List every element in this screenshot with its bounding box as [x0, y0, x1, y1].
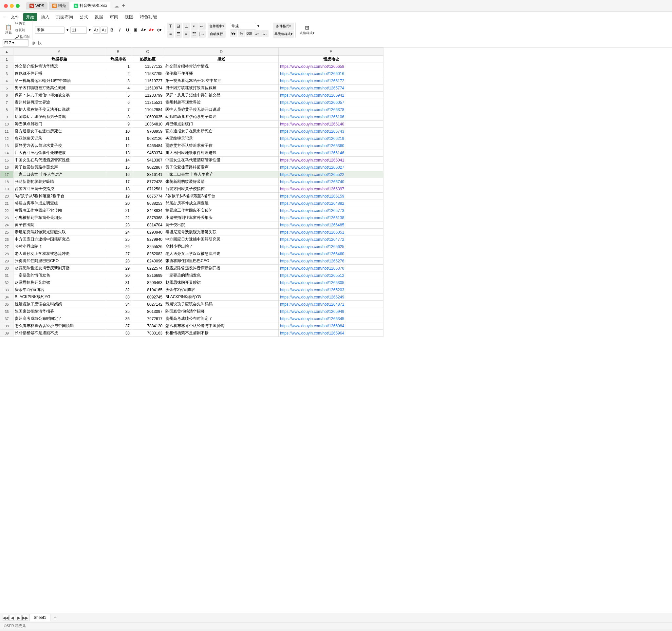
menu-view[interactable]: 视图 — [122, 13, 136, 21]
cell-13-B[interactable]: 12 — [105, 142, 131, 149]
decimal-less-button[interactable]: .0↓ — [261, 30, 268, 37]
cell-1-C[interactable]: 热搜热度 — [131, 56, 164, 63]
cell-10-B[interactable]: 9 — [105, 121, 131, 128]
cell-20-E[interactable]: https://www.douyin.com/hot/1266159 — [279, 193, 383, 200]
cell-24-C[interactable]: 8314704 — [131, 221, 164, 229]
link-15[interactable]: https://www.douyin.com/hot/1266041 — [280, 158, 344, 163]
cell-18-C[interactable]: 8772428 — [131, 178, 164, 185]
link-3[interactable]: https://www.douyin.com/hot/1266016 — [280, 71, 344, 76]
link-26[interactable]: https://www.douyin.com/hot/1264772 — [280, 237, 344, 242]
cell-29-C[interactable]: 8240096 — [131, 258, 164, 265]
cell-39-E[interactable]: https://www.douyin.com/hot/1265964 — [279, 330, 383, 337]
link-33[interactable]: https://www.douyin.com/hot/1265203 — [280, 288, 344, 292]
copy-button[interactable]: ⧉ 复制 — [14, 27, 31, 33]
link-9[interactable]: https://www.douyin.com/hot/1266106 — [280, 115, 344, 119]
douyin-tab[interactable]: S 抖音热搜榜.xlsx — [70, 2, 110, 10]
cell-ref-dropdown[interactable]: ▼ — [12, 41, 15, 45]
cell-17-C[interactable]: 8816141 — [131, 171, 164, 178]
sheet-nav-next[interactable]: ▶ — [16, 615, 22, 621]
cell-36-B[interactable]: 35 — [105, 308, 131, 315]
cell-19-B[interactable]: 18 — [105, 185, 131, 193]
col-header-E[interactable]: E — [279, 48, 383, 56]
link-34[interactable]: https://www.douyin.com/hot/1266249 — [280, 295, 344, 300]
cell-3-A[interactable]: 偷伦藏不住开播 — [14, 70, 105, 77]
col-header-C[interactable]: C — [131, 48, 164, 56]
cell-12-C[interactable]: 9682126 — [131, 135, 164, 142]
cell-4-C[interactable]: 11519727 — [131, 77, 164, 85]
cell-23-E[interactable]: https://www.douyin.com/hot/1266138 — [279, 214, 383, 221]
cell-26-C[interactable]: 8279940 — [131, 236, 164, 243]
cell-22-B[interactable]: 21 — [105, 207, 131, 214]
cell-26-D[interactable]: 中方回应日方逮捕中国籍研究员 — [164, 236, 279, 243]
cell-33-A[interactable]: 庆余年2官宣阵容 — [14, 286, 105, 294]
link-36[interactable]: https://www.douyin.com/hot/1265949 — [280, 309, 344, 314]
cell-11-A[interactable]: 官方通报女子在派出所死亡 — [14, 128, 105, 135]
cell-9-A[interactable]: 幼师喂幼儿避孕药系男子造谣 — [14, 113, 105, 121]
cell-8-C[interactable]: 11042984 — [131, 106, 164, 113]
cell-36-A[interactable]: 陈国豪曾拒绝清华招募 — [14, 308, 105, 315]
cell-22-D[interactable]: 黄景瑜工作室回应不实传闻 — [164, 207, 279, 214]
align-bottom-button[interactable]: ⊥ — [183, 23, 190, 30]
cell-11-E[interactable]: https://www.douyin.com/hot/1265743 — [279, 128, 383, 135]
cell-20-C[interactable]: 8675774 — [131, 193, 164, 200]
link-38[interactable]: https://www.douyin.com/hot/1266084 — [280, 324, 344, 328]
cell-35-E[interactable]: https://www.douyin.com/hot/1264871 — [279, 301, 383, 308]
cell-30-E[interactable]: https://www.douyin.com/hot/1266370 — [279, 265, 383, 272]
cell-24-E[interactable]: https://www.douyin.com/hot/1266485 — [279, 221, 383, 229]
link-7[interactable]: https://www.douyin.com/hot/1266057 — [280, 100, 344, 105]
link-12[interactable]: https://www.douyin.com/hot/1266219 — [280, 136, 344, 141]
percent-button[interactable]: % — [238, 30, 245, 37]
cell-18-B[interactable]: 17 — [105, 178, 131, 185]
cell-14-E[interactable]: https://www.douyin.com/hot/1266146 — [279, 149, 383, 157]
cell-15-B[interactable]: 14 — [105, 157, 131, 164]
cell-15-C[interactable]: 9413387 — [131, 157, 164, 164]
cell-14-A[interactable]: 川大再回应地铁事件处理进展 — [14, 149, 105, 157]
cell-reference-box[interactable]: F17 ▼ — [3, 39, 29, 47]
cell-27-D[interactable]: 乡村小乔出院了 — [164, 243, 279, 250]
cut-button[interactable]: ✂ 剪切 — [14, 20, 31, 26]
decrease-font-button[interactable]: A↓ — [100, 26, 108, 34]
cell-19-A[interactable]: 台警方回应黄子佼指控 — [14, 185, 105, 193]
cell-37-B[interactable]: 36 — [105, 315, 131, 322]
increase-font-button[interactable]: A↑ — [93, 26, 100, 34]
cell-3-D[interactable]: 偷伦藏不住开播 — [164, 70, 279, 77]
cell-37-D[interactable]: 贵州高考成绩公布时间定了 — [164, 315, 279, 322]
align-justify-button[interactable]: ☷ — [191, 30, 198, 38]
cell-6-D[interactable]: 保罗：从儿子短信中得知被交易 — [164, 92, 279, 99]
cell-9-D[interactable]: 幼师喂幼儿避孕药系男子造谣 — [164, 113, 279, 121]
cell-1-E[interactable]: 链接地址 — [279, 56, 383, 63]
align-middle-button[interactable]: ⊟ — [175, 23, 182, 30]
align-center-button[interactable]: ☰ — [175, 30, 182, 38]
cell-17-D[interactable]: 一家三口去世 十多人争房产 — [164, 171, 279, 178]
cell-18-E[interactable]: https://www.douyin.com/hot/1266740 — [279, 178, 383, 185]
cell-33-D[interactable]: 庆余年2官宣阵容 — [164, 286, 279, 294]
cell-14-C[interactable]: 9453374 — [131, 149, 164, 157]
cell-29-D[interactable]: 张勇将卸任阿里巴巴CEO — [164, 258, 279, 265]
cell-38-A[interactable]: 怎么看布林肯否认经济与中国脱钩 — [14, 322, 105, 330]
cell-35-D[interactable]: 魏晨说孩子应该会先叫妈妈 — [164, 301, 279, 308]
cell-34-B[interactable]: 33 — [105, 294, 131, 301]
cell-2-E[interactable]: https://www.douyin.com/hot/1265658 — [279, 63, 383, 70]
link-11[interactable]: https://www.douyin.com/hot/1265743 — [280, 129, 344, 134]
cell-3-B[interactable]: 2 — [105, 70, 131, 77]
cell-10-A[interactable]: 姆巴佩点射破门 — [14, 121, 105, 128]
link-20[interactable]: https://www.douyin.com/hot/1266159 — [280, 194, 344, 198]
link-2[interactable]: https://www.douyin.com/hot/1265658 — [280, 64, 344, 69]
cell-26-E[interactable]: https://www.douyin.com/hot/1264772 — [279, 236, 383, 243]
cell-38-B[interactable]: 37 — [105, 322, 131, 330]
cell-7-B[interactable]: 6 — [105, 99, 131, 106]
link-18[interactable]: https://www.douyin.com/hot/1266740 — [280, 180, 344, 184]
cell-34-A[interactable]: BLACKPINK续约YG — [14, 294, 105, 301]
cell-19-D[interactable]: 台警方回应黄子佼指控 — [164, 185, 279, 193]
cell-5-E[interactable]: https://www.douyin.com/hot/1265774 — [279, 85, 383, 92]
link-8[interactable]: https://www.douyin.com/hot/1266378 — [280, 108, 344, 112]
cell-30-A[interactable]: 赵露思陈哲远发抖音庆新剧开播 — [14, 265, 105, 272]
cell-32-E[interactable]: https://www.douyin.com/hot/1265305 — [279, 279, 383, 286]
cell-5-C[interactable]: 11510974 — [131, 85, 164, 92]
table-style-button[interactable]: ⊞ 表格样式▾ — [298, 24, 316, 36]
cell-33-B[interactable]: 32 — [105, 286, 131, 294]
cell-5-B[interactable]: 4 — [105, 85, 131, 92]
cell-23-D[interactable]: 小鬼被拍到往车窗外丢烟头 — [164, 214, 279, 221]
cell-1-B[interactable]: 热搜排名 — [105, 56, 131, 63]
cell-8-A[interactable]: 医护人员称黄子佼无法开口说话 — [14, 106, 105, 113]
